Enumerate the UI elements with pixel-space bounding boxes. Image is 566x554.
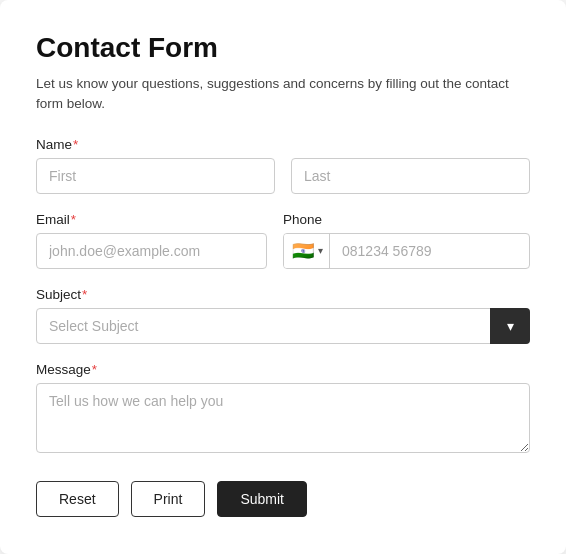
name-row (36, 158, 530, 194)
last-name-col (291, 158, 530, 194)
email-label: Email* (36, 212, 267, 227)
email-phone-row: Email* Phone 🇮🇳 ▾ (36, 212, 530, 269)
message-section: Message* (36, 362, 530, 457)
email-input[interactable] (36, 233, 267, 269)
subject-section: Subject* Select SubjectGeneral InquirySu… (36, 287, 530, 344)
reset-button[interactable]: Reset (36, 481, 119, 517)
flag-chevron-icon: ▾ (318, 245, 323, 256)
button-row: Reset Print Submit (36, 481, 530, 517)
print-button[interactable]: Print (131, 481, 206, 517)
email-col: Email* (36, 212, 267, 269)
phone-col: Phone 🇮🇳 ▾ (283, 212, 530, 269)
name-label: Name* (36, 137, 530, 152)
phone-label: Phone (283, 212, 530, 227)
subject-select[interactable]: Select SubjectGeneral InquirySupportFeed… (36, 308, 530, 344)
phone-input[interactable] (330, 234, 529, 268)
last-name-input[interactable] (291, 158, 530, 194)
phone-wrapper: 🇮🇳 ▾ (283, 233, 530, 269)
contact-form-card: Contact Form Let us know your questions,… (0, 0, 566, 554)
subject-select-wrapper: Select SubjectGeneral InquirySupportFeed… (36, 308, 530, 344)
subject-label: Subject* (36, 287, 530, 302)
form-description: Let us know your questions, suggestions … (36, 74, 530, 115)
india-flag-icon: 🇮🇳 (292, 242, 314, 260)
message-label: Message* (36, 362, 530, 377)
first-name-col (36, 158, 275, 194)
first-name-input[interactable] (36, 158, 275, 194)
form-title: Contact Form (36, 32, 530, 64)
submit-button[interactable]: Submit (217, 481, 307, 517)
phone-country-select[interactable]: 🇮🇳 ▾ (284, 234, 330, 268)
message-textarea[interactable] (36, 383, 530, 453)
